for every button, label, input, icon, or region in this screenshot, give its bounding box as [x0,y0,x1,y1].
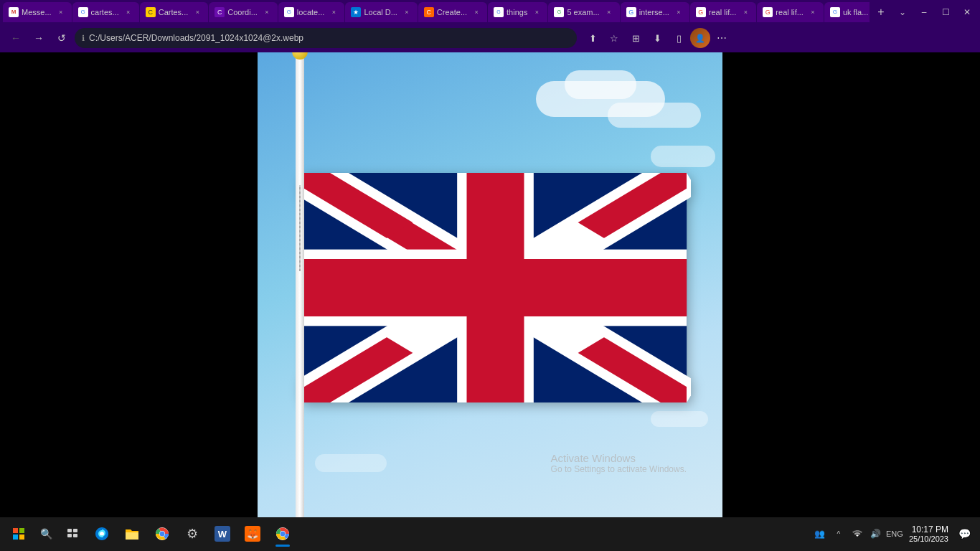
cloud-7 [315,454,387,472]
svg-point-24 [281,532,286,537]
file-explorer-app[interactable] [118,519,146,548]
tab-close-cartes1[interactable]: × [123,7,133,17]
taskbar-search[interactable]: 🔍 [33,521,59,547]
tabs-container: MMesse...×Gcartes...×CCartes...×CCoordi.… [3,2,870,22]
address-bar[interactable]: ℹ C:/Users/ACER/Downloads/2091_1024x1024… [75,28,577,48]
edge-app[interactable] [88,519,116,548]
svg-rect-17 [73,529,77,532]
tab-label-cartes2: Cartes... [159,8,189,17]
tab-reallife1[interactable]: Greal lif...× [690,2,757,22]
system-tray: 👥 ^ 🔊 ENG [811,525,903,542]
tab-close-reallife2[interactable]: × [808,7,818,17]
tab-close-reallife1[interactable]: × [740,7,750,17]
tab-cartes1[interactable]: Gcartes...× [72,2,139,22]
minimize-button[interactable]: – [914,2,934,22]
tab-favicon-cartes1: G [78,7,88,17]
tab-label-localD: Local D... [364,8,397,17]
tab-favicon-localD: ★ [351,7,361,17]
new-tab-button[interactable]: + [871,2,891,22]
tray-volume[interactable]: 🔊 [867,525,885,542]
clock[interactable]: 10:17 PM 25/10/2023 [906,524,951,543]
browser-window: MMesse...×Gcartes...×CCartes...×CCoordi.… [0,0,980,551]
refresh-button[interactable]: ↺ [52,28,72,48]
tab-label-locate: locate... [297,8,325,17]
back-button[interactable]: ← [6,28,26,48]
url-text: C:/Users/ACER/Downloads/2091_1024x1024@2… [89,33,570,43]
tab-close-cartes2[interactable]: × [192,7,202,17]
tab-close-coordi[interactable]: × [262,7,272,17]
tab-label-messenger: Messe... [22,8,52,17]
tab-favicon-messenger: M [9,7,19,17]
tab-favicon-reallife1: G [696,7,706,17]
tab-close-interse[interactable]: × [674,7,684,17]
image-container: Activate Windows Go to Settings to activ… [258,52,722,517]
tray-network[interactable] [849,525,866,542]
cloud-6 [651,411,708,427]
tab-close-locate[interactable]: × [329,7,339,17]
tab-label-interse: interse... [639,8,669,17]
download-icon[interactable]: ⬇ [647,28,667,48]
svg-rect-14 [19,534,24,540]
toolbar-icons: ⬆ ☆ ⊞ ⬇ ▯ 👤 ⋯ [583,28,732,48]
tab-favicon-coordi: C [215,7,225,17]
info-icon: ℹ [82,34,85,43]
taskbar-pinned-apps: ⚙ W 🦊 [88,519,297,548]
union-jack-flag [300,173,691,402]
tab-label-things: things [507,8,527,17]
share-icon[interactable]: ⬆ [583,28,603,48]
bookmark-icon[interactable]: ☆ [604,28,624,48]
tab-locate[interactable]: Glocate...× [278,2,345,22]
svg-rect-15 [67,529,72,532]
chrome-app-2-active[interactable] [268,519,297,548]
tab-ukflag[interactable]: Guk fla...× [824,2,870,22]
tab-close-things[interactable]: × [532,7,542,17]
close-button[interactable]: ✕ [957,2,977,22]
notification-button[interactable]: 💬 [954,521,974,547]
maximize-button[interactable]: ☐ [936,2,956,22]
taskbar-right: 👥 ^ 🔊 ENG 10:17 PM 25/10/2023 💬 [811,521,974,547]
svg-rect-16 [67,534,72,537]
svg-rect-18 [73,534,77,537]
clock-date: 25/10/2023 [909,534,948,543]
extensions-icon[interactable]: ⊞ [626,28,646,48]
tab-close-create[interactable]: × [471,7,481,17]
chrome-app-1[interactable] [148,519,176,548]
tab-things[interactable]: Gthings× [488,2,547,22]
orange-app[interactable]: 🦊 [238,519,267,548]
tab-5exam[interactable]: G5 exam...× [548,2,619,22]
sidebar-icon[interactable]: ▯ [669,28,689,48]
tray-lang[interactable]: ENG [886,525,903,542]
tab-favicon-things: G [494,7,504,17]
tab-close-localD[interactable]: × [402,7,412,17]
start-button[interactable] [6,521,32,547]
profile-icon[interactable]: 👤 [690,28,710,48]
tab-label-reallife2: real lif... [776,8,804,17]
tab-close-5exam[interactable]: × [604,7,614,17]
tab-close-messenger[interactable]: × [56,7,66,17]
forward-button[interactable]: → [29,28,49,48]
dropdown-button[interactable]: ⌄ [892,2,913,22]
svg-rect-11 [13,528,18,533]
cloud-4 [651,146,715,167]
tab-localD[interactable]: ★Local D...× [345,2,417,22]
settings-app[interactable]: ⚙ [178,519,207,548]
tray-chevron[interactable]: ^ [830,525,847,542]
tab-favicon-create: C [424,7,434,17]
task-view-button[interactable] [60,521,86,547]
svg-rect-13 [13,534,18,540]
tab-reallife2[interactable]: Greal lif...× [757,2,824,22]
address-bar-row: ← → ↺ ℹ C:/Users/ACER/Downloads/2091_102… [0,24,980,52]
cloud-3 [608,103,701,128]
word-app[interactable]: W [208,519,237,548]
tab-create[interactable]: CCreate...× [418,2,487,22]
tab-interse[interactable]: Ginterse...× [621,2,689,22]
tab-coordi[interactable]: CCoordi...× [209,2,278,22]
tray-people[interactable]: 👥 [811,525,829,542]
tab-favicon-cartes2: C [146,7,156,17]
tab-label-cartes1: cartes... [91,8,119,17]
taskbar: 🔍 [0,517,980,551]
tab-messenger[interactable]: MMesse...× [3,2,72,22]
flag-rope [299,185,301,271]
tab-cartes2[interactable]: CCartes...× [140,2,209,22]
menu-button[interactable]: ⋯ [712,28,732,48]
